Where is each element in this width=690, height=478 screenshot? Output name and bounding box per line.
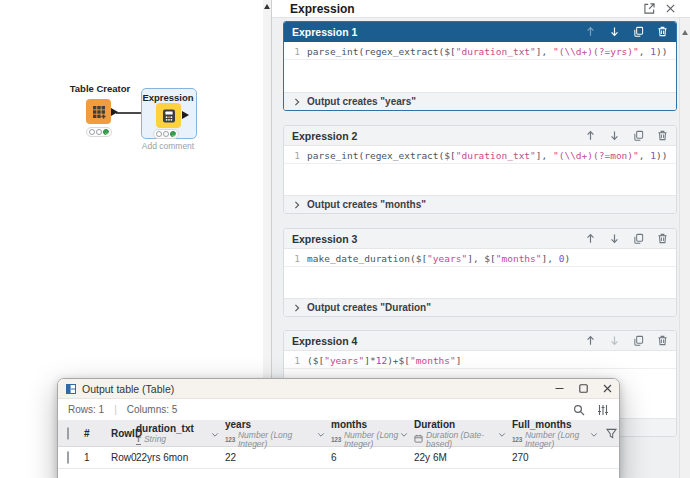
column-header[interactable]: duration_txt T String <box>136 423 225 444</box>
expression-status-lights <box>153 129 179 139</box>
expression-card-title: Expression 1 <box>292 26 357 38</box>
chevron-down-icon[interactable] <box>400 430 408 441</box>
output-footer[interactable]: Output creates "Duration" <box>284 298 676 316</box>
chevron-right-icon[interactable] <box>293 98 301 106</box>
code-line[interactable]: 1 ($["years"]*12)+$["months"] <box>284 353 676 369</box>
row-id-cell: Row0 <box>111 452 136 463</box>
column-header[interactable]: Full_months 123 Number (Long Integer) <box>512 419 604 449</box>
code-token: )) <box>656 150 667 161</box>
table-row[interactable]: 1 Row0 22yrs 6mon22622y 6M270 <box>58 447 619 469</box>
column-type-label: Number (Long Integer) <box>344 431 400 449</box>
move-up-icon[interactable] <box>585 335 596 346</box>
code-token: , <box>639 150 650 161</box>
calendar-type-icon <box>414 434 423 445</box>
move-down-icon[interactable] <box>609 335 620 346</box>
table-cell: 22yrs 6mon <box>136 452 225 463</box>
column-type-label: Duration (Date-based) <box>426 431 498 449</box>
chevron-down-icon[interactable] <box>590 430 598 441</box>
move-down-icon[interactable] <box>609 233 620 244</box>
code-token: ], $[ <box>467 253 496 264</box>
row-id-header: RowID <box>111 428 136 439</box>
row-checkbox[interactable] <box>67 452 84 463</box>
delete-icon[interactable] <box>657 233 668 244</box>
output-footer[interactable]: Output creates "months" <box>284 195 676 213</box>
code-editor[interactable]: 1 parse_int(regex_extract($["duration_tx… <box>284 146 676 195</box>
column-type: T String <box>136 435 211 444</box>
delete-icon[interactable] <box>657 130 668 141</box>
code-token: "(\\d+)(?=mon)" <box>553 150 639 161</box>
table-cell: 6 <box>331 452 414 463</box>
column-header[interactable]: Duration Duration (Date-based) <box>414 419 512 449</box>
chevron-down-icon[interactable] <box>211 430 219 441</box>
table-cell: 270 <box>512 452 604 463</box>
chevron-right-icon[interactable] <box>293 201 301 209</box>
select-all-checkbox[interactable] <box>67 428 84 439</box>
column-type: 123 Number (Long Integer) <box>331 431 400 449</box>
add-comment-label[interactable]: Add comment <box>128 141 208 151</box>
code-token: "years" <box>324 355 364 366</box>
expression-card-header[interactable]: Expression 3 <box>284 229 676 249</box>
expression-card[interactable]: Expression 2 1 parse_int(regex_extract($… <box>283 125 677 214</box>
expression-output-port[interactable] <box>182 111 189 119</box>
filter-funnel-icon[interactable] <box>606 428 617 439</box>
expression-card-header[interactable]: Expression 4 <box>284 331 676 351</box>
expression-card-title: Expression 4 <box>292 335 357 347</box>
panel-scrollbar[interactable] <box>679 18 690 478</box>
chevron-right-icon[interactable] <box>293 304 301 312</box>
code-token: ], <box>542 253 559 264</box>
close-window-button[interactable] <box>595 380 619 398</box>
maximize-button[interactable] <box>571 380 595 398</box>
move-up-icon[interactable] <box>585 130 596 141</box>
table-creator-status-lights <box>86 127 112 137</box>
open-in-new-window-icon[interactable] <box>644 3 655 14</box>
chevron-down-icon[interactable] <box>317 430 325 441</box>
close-panel-icon[interactable] <box>665 3 676 14</box>
output-footer[interactable]: Output creates "years" <box>284 92 676 110</box>
code-token: "months" <box>410 355 456 366</box>
code-line[interactable]: 1 parse_int(regex_extract($["duration_tx… <box>284 44 676 60</box>
expression-card[interactable]: Expression 1 1 parse_int(regex_extract($… <box>283 21 677 111</box>
copy-icon[interactable] <box>633 233 644 244</box>
code-line[interactable]: 1 parse_int(regex_extract($["duration_tx… <box>284 148 676 164</box>
node-table-creator[interactable] <box>86 99 111 124</box>
search-icon[interactable] <box>573 404 585 416</box>
window-titlebar[interactable]: Output table (Table) <box>58 379 619 399</box>
code-token: ($[ <box>307 355 324 366</box>
expression-card[interactable]: Expression 3 1 make_date_duration($["yea… <box>283 228 677 317</box>
move-up-icon[interactable] <box>585 233 596 244</box>
copy-icon[interactable] <box>633 26 644 37</box>
app-root: Table Creator Expression <box>0 0 690 478</box>
move-up-icon[interactable] <box>585 26 596 37</box>
delete-icon[interactable] <box>657 26 668 37</box>
scroll-up-icon[interactable] <box>264 4 270 9</box>
expression-icon <box>162 109 176 123</box>
column-settings-icon[interactable] <box>597 404 609 416</box>
copy-icon[interactable] <box>633 130 644 141</box>
code-editor[interactable]: 1 make_date_duration($["years"], $["mont… <box>284 249 676 298</box>
move-down-icon[interactable] <box>609 26 620 37</box>
minimize-button[interactable] <box>547 380 571 398</box>
number-type-icon: 123 <box>225 435 235 444</box>
copy-icon[interactable] <box>633 335 644 346</box>
code-editor[interactable]: 1 parse_int(regex_extract($["duration_tx… <box>284 42 676 92</box>
expression-card-header[interactable]: Expression 1 <box>284 22 676 42</box>
delete-icon[interactable] <box>657 335 668 346</box>
toolbar-separator: | <box>114 404 117 415</box>
table-creator-icon <box>92 105 106 119</box>
expression-card-header[interactable]: Expression 2 <box>284 126 676 146</box>
table-cell: 22y 6M <box>414 452 512 463</box>
code-text: ($["years"]*12)+$["months"] <box>307 355 462 366</box>
code-line[interactable]: 1 make_date_duration($["years"], $["mont… <box>284 251 676 267</box>
column-header[interactable]: months 123 Number (Long Integer) <box>331 419 414 449</box>
move-down-icon[interactable] <box>609 130 620 141</box>
column-header[interactable]: years 123 Number (Long Integer) <box>225 419 331 449</box>
column-type: 123 Number (Long Integer) <box>512 431 590 449</box>
node-expression[interactable] <box>156 103 181 128</box>
scroll-up-icon[interactable] <box>682 30 688 35</box>
columns-count-label: Columns: 5 <box>127 404 178 415</box>
code-token: make_date_duration($[ <box>307 253 427 264</box>
code-token: parse_int(regex_extract($[ <box>307 150 456 161</box>
chevron-down-icon[interactable] <box>498 430 506 441</box>
panel-header: Expression <box>272 0 690 18</box>
expression-card-title: Expression 3 <box>292 233 357 245</box>
